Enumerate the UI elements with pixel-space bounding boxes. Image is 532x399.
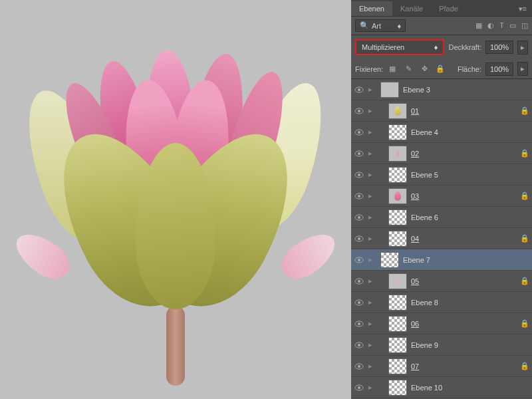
opacity-arrow[interactable]: ▸ [517, 41, 528, 55]
panel-menu-icon[interactable]: ▾≡ [513, 2, 532, 16]
visibility-toggle[interactable] [354, 127, 364, 138]
stem [166, 306, 185, 386]
panel-tabs: Ebenen Kanäle Pfade ▾≡ [351, 0, 532, 16]
svg-point-1 [358, 88, 360, 91]
tab-channels[interactable]: Kanäle [392, 1, 431, 16]
lock-label: Fixieren: [355, 65, 383, 73]
layer-name: Ebene 5 [411, 171, 438, 179]
svg-point-15 [358, 237, 360, 240]
layers-list[interactable]: ▸Ebene 3▸01🔒▸Ebene 4▸02🔒▸Ebene 5▸03🔒▸Ebe… [351, 79, 532, 399]
lock-row: Fixieren: ▦ ✎ ✥ 🔒 Fläche: 100% ▸ [351, 59, 532, 79]
layer-row[interactable]: ▸03🔒 [351, 186, 532, 207]
visibility-toggle[interactable] [354, 361, 364, 372]
blend-mode-dropdown[interactable]: Multiplizieren ♦ [355, 39, 444, 55]
expand-icon[interactable]: ▸ [368, 170, 376, 179]
layer-name: 06 [411, 320, 419, 328]
visibility-toggle[interactable] [354, 276, 364, 287]
svg-point-19 [358, 280, 360, 283]
filter-type-icon[interactable]: T [499, 21, 504, 30]
layer-name: Ebene 9 [411, 341, 438, 349]
filter-icons: ▦ ◐ T ▭ ◫ [475, 21, 528, 30]
svg-point-21 [358, 301, 360, 304]
chevron-icon: ♦ [397, 22, 401, 30]
layer-row[interactable]: ▸Ebene 3 [351, 79, 532, 100]
expand-icon[interactable]: ▸ [368, 277, 376, 285]
expand-icon[interactable]: ▸ [368, 213, 376, 221]
expand-icon[interactable]: ▸ [368, 128, 376, 136]
visibility-toggle[interactable] [354, 170, 364, 180]
fill-arrow[interactable]: ▸ [517, 62, 528, 76]
expand-icon[interactable]: ▸ [368, 362, 376, 370]
lock-icons: ▦ ✎ ✥ 🔒 [387, 65, 446, 73]
lock-icon: 🔒 [520, 234, 529, 243]
opacity-label: Deckkraft: [448, 43, 481, 51]
layer-row[interactable]: ▸Ebene 10 [351, 377, 532, 398]
layer-row[interactable]: ▸01🔒 [351, 100, 532, 122]
layer-row[interactable]: ▸Ebene 9 [351, 334, 532, 356]
expand-icon[interactable]: ▸ [368, 340, 376, 349]
layer-row[interactable]: ▸06🔒 [351, 313, 532, 334]
layer-name: Ebene 6 [411, 213, 438, 221]
visibility-toggle[interactable] [354, 212, 364, 223]
expand-icon[interactable]: ▸ [368, 192, 376, 200]
fill-input[interactable]: 100% [485, 63, 513, 76]
petal [9, 225, 76, 287]
visibility-toggle[interactable] [354, 319, 364, 329]
visibility-toggle[interactable] [354, 297, 364, 308]
svg-point-11 [358, 195, 360, 198]
layer-filter-dropdown[interactable]: 🔍 Art ♦ [355, 19, 406, 32]
tab-layers[interactable]: Ebenen [351, 1, 392, 16]
canvas-area[interactable] [0, 0, 351, 399]
layer-row[interactable]: ▸04🔒 [351, 228, 532, 249]
layer-row[interactable]: ▸02🔒 [351, 143, 532, 164]
expand-icon[interactable]: ▸ [368, 383, 376, 392]
filter-label: Art [372, 22, 381, 30]
visibility-toggle[interactable] [354, 255, 364, 265]
layer-row[interactable]: ▸07🔒 [351, 356, 532, 377]
filter-smart-icon[interactable]: ◫ [521, 21, 528, 30]
tab-paths[interactable]: Pfade [431, 1, 466, 16]
expand-icon[interactable]: ▸ [368, 298, 376, 307]
svg-point-7 [358, 152, 360, 155]
layer-name: 07 [411, 362, 419, 370]
opacity-input[interactable]: 100% [485, 41, 513, 54]
layer-row[interactable]: ▸Ebene 4 [351, 122, 532, 143]
layer-row[interactable]: ▸Ebene 8 [351, 292, 532, 313]
filter-adjustment-icon[interactable]: ◐ [487, 21, 494, 30]
lock-transparency-icon[interactable]: ▦ [387, 65, 398, 73]
blend-mode-value: Multiplizieren [362, 43, 404, 51]
layer-name: Ebene 3 [403, 86, 430, 94]
lock-all-icon[interactable]: 🔒 [435, 65, 446, 73]
layer-name: Ebene 8 [411, 299, 438, 307]
visibility-toggle[interactable] [354, 233, 364, 244]
layer-name: 02 [411, 150, 419, 158]
svg-point-3 [358, 110, 360, 112]
filter-toolbar: 🔍 Art ♦ ▦ ◐ T ▭ ◫ [351, 16, 532, 35]
lock-pixels-icon[interactable]: ✎ [403, 65, 414, 73]
layer-row[interactable]: ▸05🔒 [351, 271, 532, 292]
expand-icon[interactable]: ▸ [368, 255, 376, 264]
visibility-toggle[interactable] [354, 84, 364, 95]
svg-point-29 [358, 386, 360, 389]
lock-icon: 🔒 [520, 106, 529, 115]
filter-image-icon[interactable]: ▦ [475, 21, 482, 30]
lock-position-icon[interactable]: ✥ [419, 65, 430, 73]
visibility-toggle[interactable] [354, 340, 364, 350]
layer-row[interactable]: ▸Ebene 5 [351, 164, 532, 186]
expand-icon[interactable]: ▸ [368, 319, 376, 328]
filter-shape-icon[interactable]: ▭ [509, 21, 516, 30]
search-icon: 🔍 [360, 21, 369, 30]
visibility-toggle[interactable] [354, 191, 364, 201]
visibility-toggle[interactable] [354, 382, 364, 393]
expand-icon[interactable]: ▸ [368, 149, 376, 158]
layer-row[interactable]: ▸Ebene 6 [351, 207, 532, 228]
blend-mode-row: Multiplizieren ♦ Deckkraft: 100% ▸ [351, 35, 532, 59]
svg-point-17 [358, 259, 360, 261]
svg-point-9 [358, 174, 360, 176]
expand-icon[interactable]: ▸ [368, 234, 376, 243]
visibility-toggle[interactable] [354, 106, 364, 116]
layer-row[interactable]: ▸Ebene 7 [351, 249, 532, 271]
expand-icon[interactable]: ▸ [368, 85, 376, 94]
visibility-toggle[interactable] [354, 148, 364, 159]
expand-icon[interactable]: ▸ [368, 106, 376, 115]
